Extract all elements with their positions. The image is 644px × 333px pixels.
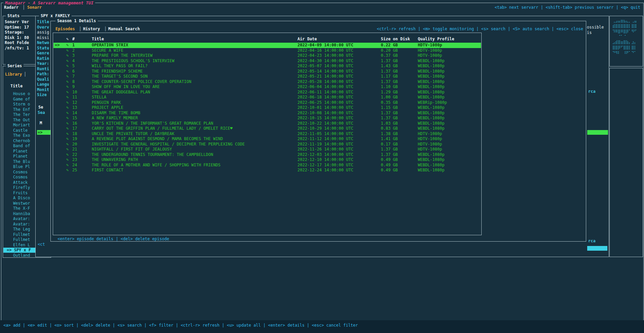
series-list-item[interactable]: Band of xyxy=(13,143,30,149)
episode-quality: WEBDL-1080p xyxy=(418,95,444,100)
episode-row[interactable]: ✎7THE TARGET'S SECOND SON2022-05-21 14:0… xyxy=(53,74,481,79)
series-list-item[interactable]: Avatar: xyxy=(13,222,30,227)
episode-size: 1.43 GB xyxy=(381,64,398,69)
episode-title: THE PRESTIGIOUS SCHOOL'S INTERVIEW xyxy=(92,58,174,64)
episode-row[interactable]: ✎14DISARM THE TIME BOMB2022-10-08 14:00:… xyxy=(53,111,481,116)
episode-row[interactable]: ✎25FIRST CONTACT2022-12-24 14:00:00 UTC0… xyxy=(53,168,481,173)
series-list-item[interactable]: Firefly xyxy=(13,185,30,190)
detail-field-fragment: Year: xyxy=(37,61,51,66)
episode-row[interactable]: ✎2SECURE A WIFE2022-04-16 14:00:00 UTC0.… xyxy=(53,48,481,53)
series-list-item[interactable]: Planet xyxy=(13,149,28,154)
episode-air-date: 2022-06-18 14:00:00 UTC xyxy=(297,95,353,100)
detail-field-fragment: Title xyxy=(37,19,51,25)
episode-number: 14 xyxy=(72,111,77,116)
episode-size: 1.37 GB xyxy=(381,79,398,84)
series-list-item[interactable]: Chernob xyxy=(13,138,30,143)
episode-row[interactable]: ✎13PROJECT APPLE2022-10-01 14:00:00 UTC1… xyxy=(53,105,481,111)
series-list-item[interactable]: The Leg xyxy=(13,227,30,232)
series-list-item[interactable]: The Blu xyxy=(13,159,30,164)
series-list-item[interactable]: The Exo xyxy=(13,133,30,138)
series-list-item[interactable]: Elfen L xyxy=(13,243,30,248)
series-list-item[interactable]: Fullmet xyxy=(13,232,30,237)
episode-size: 1.03 GB xyxy=(381,121,398,126)
series-list-item[interactable]: The Out xyxy=(13,118,30,123)
episode-row[interactable]: ✎4THE PRESTIGIOUS SCHOOL'S INTERVIEW2022… xyxy=(53,58,481,64)
detail-field-fragment: Size xyxy=(37,92,51,97)
edit-pencil-icon: ✎ xyxy=(66,142,69,147)
episode-size: 0.22 GB xyxy=(381,43,398,48)
series-list-item[interactable]: Cosmos xyxy=(13,170,28,175)
episode-row[interactable]: ✎9SHOW OFF HOW IN LOVE YOU ARE2022-06-04… xyxy=(53,84,481,90)
series-list-item[interactable]: The Enf xyxy=(13,107,30,112)
episode-row[interactable]: ✎3PREPARE FOR THE INTERVIEW2022-04-23 14… xyxy=(53,53,481,58)
series-list-item[interactable]: Castle xyxy=(13,128,28,133)
series-list-item[interactable]: Outland xyxy=(13,253,30,258)
episode-size: 0.35 GB xyxy=(381,100,398,105)
episode-row[interactable]: ✎8THE COUNTER-SECRET POLICE COVER OPERAT… xyxy=(53,79,481,85)
edit-pencil-icon: ✎ xyxy=(66,69,69,74)
episode-row[interactable]: ✎16YOR'S KITCHEN / THE INFORMANT'S GREAT… xyxy=(53,121,481,126)
series-list-item[interactable]: Avatar: xyxy=(13,216,30,221)
episode-number: 12 xyxy=(72,100,77,105)
series-list-item[interactable]: Fruits xyxy=(13,191,28,196)
episode-row[interactable]: ✎24THE ROLE OF A MOTHER AND WIFE / SHOPP… xyxy=(53,163,481,168)
episode-row[interactable]: ✎21NIGHTFALL / FIRST FIT OF JEALOUSY2022… xyxy=(53,147,481,152)
series-list-item[interactable]: Moriart xyxy=(13,123,30,128)
popup-tab-manual-search[interactable]: Manual Search xyxy=(108,27,140,32)
episode-number: 25 xyxy=(72,168,77,173)
episode-row[interactable]: ✎11STELLA2022-06-18 14:00:00 UTC1.00 GBW… xyxy=(53,95,481,100)
series-list-item[interactable]: The Ter xyxy=(13,112,30,117)
episode-row[interactable]: ✎6THE FRIENDSHIP SCHEME2022-05-14 14:00:… xyxy=(53,69,481,74)
episode-row[interactable]: ✎18UNCLE THE PRIVATE TUTOR / DAYBREAK202… xyxy=(53,131,481,137)
popup-tab-episodes[interactable]: Episodes xyxy=(55,27,75,32)
stats-panel-title: Stats xyxy=(6,13,21,18)
series-list-item[interactable]: Blue Pl xyxy=(13,164,30,169)
episode-number: 7 xyxy=(72,74,75,79)
selected-row-fragment-bottom-right xyxy=(587,246,607,251)
episode-row[interactable]: ✎20INVESTIGATE THE GENERAL HOSPITAL / DE… xyxy=(53,142,481,147)
episode-row[interactable]: ✎12PENGUIN PARK2022-06-25 14:00:00 UTC0.… xyxy=(53,100,481,106)
episode-row[interactable]: ✎15A NEW FAMILY MEMBER2022-10-15 14:00:0… xyxy=(53,116,481,121)
seasons-header-fragment: M xyxy=(40,121,42,126)
episode-number: 17 xyxy=(72,126,77,131)
series-list-item[interactable]: A Disco xyxy=(13,196,30,201)
series-list-item[interactable]: House o xyxy=(13,91,30,96)
tab-radarr[interactable]: Radarr xyxy=(4,5,18,10)
series-list-item[interactable]: Planet xyxy=(13,154,28,159)
episode-row[interactable]: ✎23THE UNWAVERING PATH2022-12-10 14:00:0… xyxy=(53,157,481,163)
series-list-item[interactable]: Hanniba xyxy=(13,211,30,216)
episode-quality: WEBDL-1080p xyxy=(418,126,444,131)
episode-row[interactable]: ✎19A REVENGE PLOT AGAINST DESMOND / MAMA… xyxy=(53,136,481,142)
seasons-tab-fragment: Sea xyxy=(38,110,45,115)
app-title: Managarr - A Servarr management TUI xyxy=(3,0,95,5)
series-list-item[interactable]: Cosmos xyxy=(13,175,28,180)
season-popup-title: Season 1 Details xyxy=(55,18,98,24)
series-list-item[interactable]: Westwor xyxy=(13,201,30,206)
series-list-item[interactable]: Fullmet xyxy=(13,237,30,242)
episode-row[interactable]: ✎17CARRY OUT THE GRIFFIN PLAN / FULLMETA… xyxy=(53,126,481,131)
episode-number: 10 xyxy=(72,90,77,95)
edit-pencil-icon: ✎ xyxy=(66,163,69,168)
series-list-item[interactable]: Attack xyxy=(13,180,28,185)
selection-marker: => xyxy=(38,130,42,135)
edit-column-icon: ✎ xyxy=(66,37,69,42)
episode-row[interactable]: ✎10THE GREAT DODGEBALL PLAN2022-06-11 14… xyxy=(53,90,481,95)
episode-size: 1.41 GB xyxy=(381,136,398,141)
episode-title: PREPARE FOR THE INTERVIEW xyxy=(92,53,153,58)
episode-number: 18 xyxy=(72,131,77,136)
tab-sonarr[interactable]: Sonarr xyxy=(27,5,42,10)
popup-tab-history[interactable]: History xyxy=(83,27,100,32)
series-list-item[interactable]: The X-F xyxy=(13,206,30,211)
topbar-help: <tab> next servarr | <shift-tab> previou… xyxy=(495,5,640,10)
tab-separator: │ xyxy=(23,5,25,10)
episode-row[interactable]: ✎22THE UNDERGROUND TENNIS TOURNAMENT: TH… xyxy=(53,152,481,158)
tab-library[interactable]: Library xyxy=(5,72,22,77)
edit-pencil-icon: ✎ xyxy=(66,64,69,69)
episode-size: 1.37 GB xyxy=(381,58,398,64)
episode-air-date: 2022-10-29 14:00:00 UTC xyxy=(297,126,353,131)
episode-row[interactable]: =>✎1OPERATION STRIX2022-04-09 14:00:00 U… xyxy=(53,43,481,48)
episode-title: THE ROLE OF A MOTHER AND WIFE / SHOPPING… xyxy=(92,163,220,168)
series-list-item[interactable]: Game of xyxy=(13,97,30,102)
episode-row[interactable]: ✎5WILL THEY PASS OR FAIL?2022-05-07 14:0… xyxy=(53,64,481,69)
series-list-item[interactable]: Storm o xyxy=(13,102,30,107)
